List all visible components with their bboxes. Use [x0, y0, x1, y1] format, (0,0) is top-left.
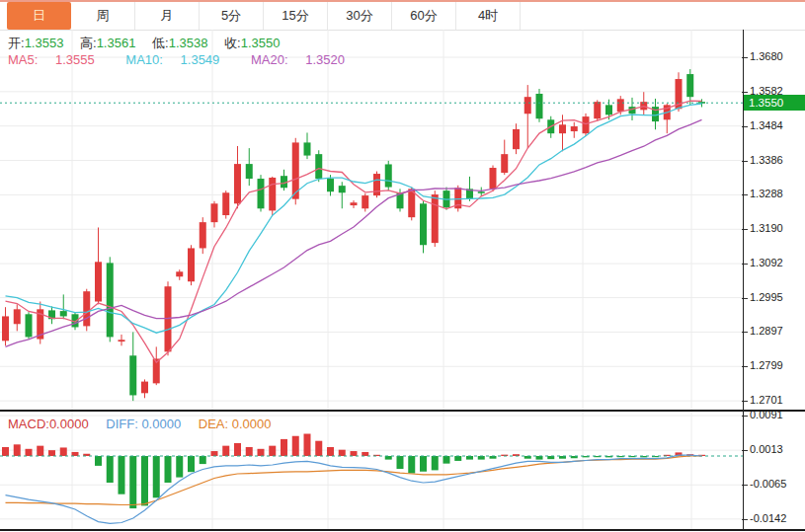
price-tick: 1.3288 — [750, 188, 783, 199]
candle — [420, 201, 427, 254]
candle — [490, 166, 497, 191]
high-label: 高: — [80, 36, 97, 50]
current-price-badge: 1.3550 — [744, 95, 805, 111]
candle — [60, 294, 67, 319]
candle — [269, 177, 276, 215]
candle — [583, 114, 590, 136]
candle — [141, 379, 148, 398]
candle — [373, 172, 380, 198]
candle — [107, 257, 114, 342]
candle — [258, 175, 265, 211]
macd-legend: MACD:0.0000 DIFF: 0.0000 DEA: 0.0000 — [8, 417, 285, 431]
candle — [362, 193, 368, 211]
candle — [513, 123, 520, 154]
high-value: 1.3561 — [97, 36, 136, 50]
candle — [26, 312, 33, 339]
tab-4hour[interactable]: 4时 — [456, 2, 521, 30]
bottom-border — [0, 529, 805, 531]
ma10-legend: MA10: 1.3549 — [125, 52, 233, 67]
ma20-legend: MA20: 1.3520 — [251, 52, 359, 67]
candle — [524, 85, 531, 148]
macd-histogram — [2, 434, 705, 509]
timeframe-tabbar: 日周月5分15分30分60分4时 — [7, 2, 521, 30]
price-tick: 1.3386 — [750, 154, 783, 166]
panel-divider — [0, 410, 805, 412]
price-tick: 1.3680 — [750, 50, 783, 62]
candle — [536, 89, 543, 122]
candle — [95, 227, 102, 304]
candle — [432, 190, 439, 247]
candle — [676, 72, 683, 112]
candle — [281, 170, 287, 190]
candle — [129, 332, 136, 401]
candle — [48, 306, 55, 324]
candle — [200, 217, 206, 254]
macd-tick: -0.0142 — [750, 512, 786, 524]
low-value: 1.3538 — [169, 36, 208, 50]
candle — [119, 335, 125, 345]
candlestick-chart[interactable] — [0, 30, 743, 411]
open-label: 开: — [8, 36, 25, 50]
macd-tick: 0.0013 — [750, 443, 783, 455]
ohlc-legend: 开:1.3553 高:1.3561 低:1.3538 收:1.3550 — [8, 35, 292, 52]
candle — [14, 304, 21, 331]
tab-day[interactable]: 日 — [7, 2, 71, 30]
price-tick: 1.2701 — [750, 394, 783, 406]
price-tick: 1.3190 — [750, 222, 783, 234]
tab-5min[interactable]: 5分 — [200, 2, 264, 30]
tab-week[interactable]: 周 — [71, 2, 135, 30]
candle — [443, 188, 450, 210]
candle — [234, 146, 241, 208]
candle — [176, 269, 183, 280]
macd-value: MACD:0.0000 — [8, 417, 89, 431]
candle — [153, 346, 160, 385]
tab-30min[interactable]: 30分 — [328, 2, 392, 30]
diff-value: DIFF: 0.0000 — [106, 417, 181, 431]
low-label: 低: — [152, 36, 169, 50]
trading-chart-app: 日周月5分15分30分60分4时 开:1.3553 高:1.3561 低:1.3… — [0, 0, 805, 532]
price-tick: 1.2799 — [750, 359, 783, 371]
candle — [640, 92, 647, 114]
candle — [188, 245, 195, 285]
price-tick: 1.2995 — [750, 291, 783, 303]
close-value: 1.3550 — [241, 36, 281, 50]
price-tick: 1.2897 — [750, 325, 783, 337]
candle — [246, 148, 253, 186]
macd-tick: -0.0065 — [750, 478, 786, 490]
candle — [351, 200, 358, 208]
candle — [37, 302, 43, 344]
candle — [222, 190, 229, 218]
price-tick: 1.3484 — [750, 119, 783, 131]
dea-value: DEA: 0.0000 — [199, 417, 272, 431]
candlestick-layer — [2, 69, 705, 401]
tab-60min[interactable]: 60分 — [392, 2, 456, 30]
close-label: 收: — [224, 36, 241, 50]
candle — [315, 150, 322, 182]
tab-month[interactable]: 月 — [135, 2, 200, 30]
candle — [686, 69, 693, 105]
tab-15min[interactable]: 15分 — [264, 2, 328, 30]
ma5-legend: MA5: 1.3555 — [8, 52, 109, 67]
ma-legend: MA5: 1.3555 MA10: 1.3549 MA20: 1.3520 — [8, 52, 372, 67]
price-tick: 1.3092 — [750, 257, 783, 268]
candle — [466, 177, 473, 201]
main-gridlines — [0, 30, 743, 410]
candle — [594, 100, 601, 120]
candle — [304, 132, 311, 159]
open-value: 1.3553 — [25, 36, 64, 50]
candle — [571, 122, 578, 138]
candle — [2, 307, 9, 345]
candle — [385, 161, 392, 190]
candle — [501, 140, 508, 176]
